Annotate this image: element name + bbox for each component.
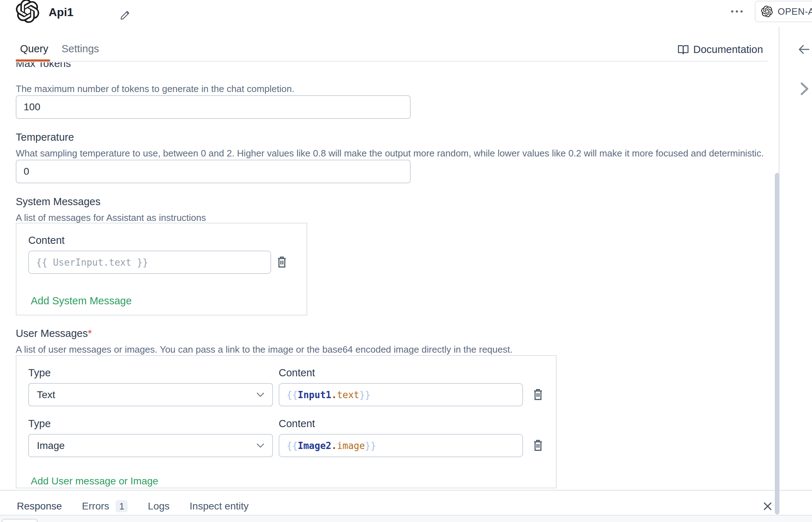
tab-bottom-border — [16, 61, 768, 62]
temperature-input[interactable]: 0 — [16, 160, 411, 183]
errors-count-badge: 1 — [116, 500, 128, 512]
api-editor-page: Api1 OPEN-AI Query Settings Documentatio… — [0, 0, 812, 522]
system-messages-description: A list of messages for Assistant as inst… — [16, 212, 206, 223]
row2-content-input[interactable]: {{Image2.image}} — [279, 434, 523, 457]
active-tab-underline — [16, 59, 50, 62]
openai-logo-icon-small — [761, 6, 773, 17]
row1-type-label: Type — [28, 367, 51, 379]
add-system-message-link[interactable]: Add System Message — [31, 295, 132, 307]
row2-type-select[interactable]: Image — [28, 434, 273, 457]
query-title: Api1 — [49, 6, 73, 19]
delete-system-message-button[interactable] — [275, 255, 288, 269]
openai-logo-icon — [16, 0, 39, 23]
user-messages-description: A list of user messages or images. You c… — [16, 344, 513, 355]
more-options-button[interactable] — [729, 9, 745, 14]
back-arrow-button[interactable] — [797, 42, 811, 57]
delete-row1-button[interactable] — [532, 387, 544, 402]
user-messages-label: User Messages* — [16, 327, 92, 339]
user-messages-group: Type Content Text {{Input1.text}} Type C… — [16, 355, 557, 488]
trash-icon — [277, 256, 287, 268]
response-body-area — [0, 516, 812, 522]
row2-type-label: Type — [28, 417, 51, 430]
system-content-input[interactable]: {{ UserInput.text }} — [28, 251, 271, 274]
documentation-label: Documentation — [693, 44, 763, 55]
row2-content-code: {{Image2.image}} — [287, 440, 376, 451]
temperature-label: Temperature — [16, 131, 74, 143]
max-tokens-description: The maximum number of tokens to generate… — [16, 83, 294, 95]
response-chip — [1, 519, 38, 522]
row1-type-select[interactable]: Text — [28, 383, 273, 406]
row1-content-code: {{Input1.text}} — [287, 390, 371, 400]
delete-row2-button[interactable] — [532, 438, 544, 453]
edit-name-button[interactable] — [118, 8, 132, 22]
system-messages-label: System Messages — [16, 195, 101, 208]
tab-errors[interactable]: Errors 1 — [82, 500, 128, 512]
query-form-scroll-area: Max Tokens The maximum number of tokens … — [0, 62, 775, 490]
temperature-value: 0 — [24, 166, 29, 177]
expand-panel-button[interactable] — [799, 82, 811, 96]
row1-content-label: Content — [279, 367, 315, 379]
system-content-label: Content — [28, 234, 65, 246]
datasource-button[interactable]: OPEN-AI — [755, 1, 812, 22]
pencil-icon — [120, 10, 131, 20]
vertical-scrollbar[interactable] — [775, 173, 779, 514]
arrow-left-icon — [797, 42, 811, 57]
close-icon — [763, 502, 772, 511]
system-content-placeholder: {{ UserInput.text }} — [36, 257, 148, 268]
system-messages-group: Content {{ UserInput.text }} Add System … — [16, 223, 307, 315]
required-asterisk: * — [88, 328, 92, 339]
book-icon — [678, 44, 689, 55]
tab-inspect-entity[interactable]: Inspect entity — [190, 501, 249, 512]
trash-icon — [533, 439, 543, 451]
tab-settings[interactable]: Settings — [62, 43, 99, 55]
temperature-description: What sampling temperature to use, betwee… — [16, 148, 764, 159]
chevron-right-icon — [799, 82, 810, 96]
max-tokens-value: 100 — [24, 101, 40, 113]
tab-logs[interactable]: Logs — [148, 501, 170, 512]
add-user-message-link[interactable]: Add User message or Image — [31, 475, 158, 487]
row1-content-input[interactable]: {{Input1.text}} — [279, 383, 523, 406]
close-panel-button[interactable] — [760, 498, 776, 514]
response-panel-tabs: Response Errors 1 Logs Inspect entity — [17, 500, 249, 512]
row2-content-label: Content — [279, 417, 315, 430]
trash-icon — [533, 388, 543, 401]
max-tokens-input[interactable]: 100 — [16, 95, 411, 119]
chevron-down-icon — [256, 443, 264, 448]
datasource-label: OPEN-AI — [778, 6, 812, 17]
ellipsis-icon — [731, 10, 733, 13]
chevron-down-icon — [256, 392, 264, 397]
max-tokens-label: Max Tokens — [16, 62, 71, 69]
tab-response[interactable]: Response — [17, 501, 62, 512]
documentation-link[interactable]: Documentation — [678, 44, 763, 55]
tab-query[interactable]: Query — [20, 43, 48, 55]
